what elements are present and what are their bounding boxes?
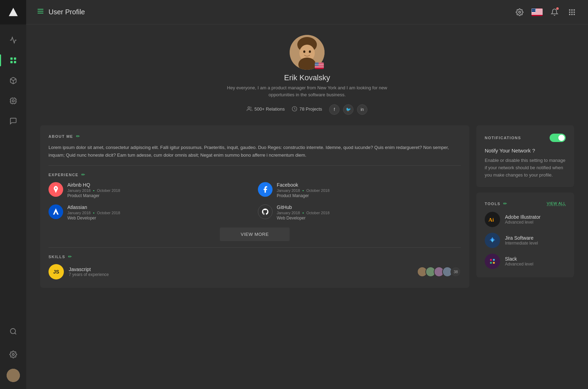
cards-row: ABOUT ME ✏ Lorem ipsum dolor sit amet, c… [40,125,574,288]
tools-edit-icon[interactable]: ✏ [503,201,507,206]
svg-rect-36 [487,256,497,266]
facebook-dates: January 2018 • October 2018 [277,188,329,193]
airbnb-logo [49,182,63,197]
svg-point-10 [12,353,14,356]
experience-grid: Airbnb HQ January 2018 • October 2018 Pr… [49,182,461,220]
skill-js-info: Javascript 7 years of experience [69,267,412,277]
notifications-title: NOTIFICATIONS [485,136,521,140]
user-avatar-sidebar[interactable] [7,369,20,382]
skill-js-name: Javascript [69,267,412,272]
about-title: ABOUT ME [49,134,73,139]
svg-point-39 [490,262,492,264]
notify-description: Enable or disable this setting to manage… [485,157,566,179]
profile-name: Erik Kovalsky [40,73,574,82]
svg-rect-2 [14,58,16,60]
svg-text:Ai: Ai [489,217,494,223]
settings-header-icon[interactable] [514,7,525,18]
svg-point-35 [491,239,494,242]
svg-point-40 [493,262,495,264]
svg-rect-7 [10,98,16,104]
jira-level: Intermediate level [505,241,538,246]
experience-title: EXPERIENCE [49,173,79,177]
svg-rect-20 [574,12,575,13]
skills-edit-icon[interactable]: ✏ [68,254,72,259]
twitter-link[interactable]: 🐦 [343,104,353,115]
tools-title-row: TOOLS ✏ [485,201,507,206]
sidebar-item-cube[interactable] [0,72,26,89]
github-logo [258,204,273,219]
jira-info: Jira Software Intermediate level [505,235,538,246]
sidebar-item-settings[interactable] [7,346,20,363]
slack-logo [485,254,500,269]
svg-marker-0 [9,8,18,16]
svg-point-8 [10,329,15,334]
js-badge: JS [49,264,64,279]
svg-rect-15 [569,9,571,10]
experience-section: EXPERIENCE ✏ Airbnb HQ [49,172,461,241]
sidebar-item-chip[interactable] [0,92,26,110]
experience-edit-icon[interactable]: ✏ [81,172,85,177]
header: User Profile [26,0,588,24]
sidebar-item-chat[interactable] [0,112,26,130]
svg-rect-1 [10,58,12,60]
profile-country-flag [315,62,324,69]
hamburger-icon[interactable] [37,7,44,17]
github-role: Web Developer [277,216,329,220]
ai-info: Adobe Illustrator Advanced level [505,214,541,225]
svg-rect-22 [571,14,573,15]
facebook-company: Facebook [277,182,329,188]
notification-icon[interactable] [549,7,560,18]
exp-item-atlassian: Atlassian January 2018 • October 2018 We… [49,204,252,220]
notifications-toggle[interactable] [550,134,566,142]
header-left: User Profile [37,7,85,17]
toggle-thumb [558,135,565,141]
linkedin-link[interactable]: in [357,104,367,115]
endorsement-count: 38 [451,267,461,277]
skills-header: SKILLS ✏ [49,254,461,259]
app-logo[interactable] [0,0,26,24]
svg-rect-21 [569,14,571,15]
github-company: GitHub [277,204,329,210]
skill-endorsers: 38 [417,267,461,277]
profile-bio: Hey everyone, I am a product manager fro… [220,84,394,98]
facebook-link[interactable]: f [329,104,340,115]
airbnb-company: Airbnb HQ [67,182,120,188]
tools-card: TOOLS ✏ VIEW ALL Ai [476,193,574,277]
airbnb-info: Airbnb HQ January 2018 • October 2018 Pr… [67,182,120,198]
svg-rect-23 [574,14,575,15]
svg-point-38 [493,259,495,261]
github-dates: January 2018 • October 2018 [277,211,329,215]
sidebar-nav [0,24,26,323]
svg-rect-19 [571,12,573,13]
projects-stat: 78 Projects [292,106,322,112]
tools-title: TOOLS [485,202,500,206]
sidebar-item-dashboard[interactable] [0,52,26,69]
header-right: ★★★★ [514,7,578,18]
slack-info: Slack Advanced level [505,256,533,267]
about-header: ABOUT ME ✏ [49,134,461,139]
svg-rect-18 [569,12,571,13]
notifications-card: NOTIFICATIONS Notify Your Network ? Enab… [476,125,574,187]
sidebar-item-search[interactable] [7,323,20,340]
about-edit-icon[interactable]: ✏ [76,134,80,139]
language-flag-icon[interactable]: ★★★★ [531,7,543,18]
apps-grid-icon[interactable] [566,7,578,18]
sidebar-item-activity[interactable] [0,31,26,49]
atlassian-info: Atlassian January 2018 • October 2018 We… [67,204,120,220]
tools-header: TOOLS ✏ VIEW ALL [485,201,566,206]
notify-question: Notify Your Network ? [485,148,566,154]
atlassian-dates: January 2018 • October 2018 [67,211,120,215]
atlassian-role: Web Developer [67,216,120,220]
ai-level: Advanced level [505,220,541,225]
jira-logo [485,233,500,248]
main-card: ABOUT ME ✏ Lorem ipsum dolor sit amet, c… [40,125,469,288]
tool-item-ai: Ai Adobe Illustrator Advanced level [485,212,566,227]
social-links: f 🐦 in [329,104,367,115]
view-more-button[interactable]: VIEW MORE [220,227,290,241]
tools-view-all[interactable]: VIEW ALL [547,201,566,206]
content-area: Erik Kovalsky Hey everyone, I am a produ… [26,24,588,389]
exp-item-facebook: Facebook January 2018 • October 2018 Pro… [258,182,461,198]
about-text: Lorem ipsum dolor sit amet, consectetur … [49,144,461,159]
skills-section: SKILLS ✏ JS Javascript 7 years of experi… [49,254,461,279]
ai-logo: Ai [485,212,500,227]
